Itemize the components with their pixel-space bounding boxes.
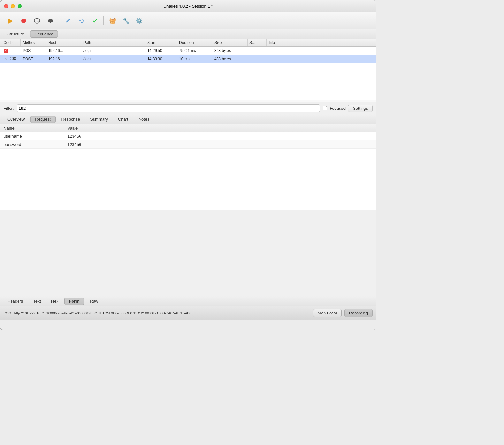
- col-info: Info: [267, 39, 375, 46]
- data-table: Name Value username 123456 password 1234…: [0, 124, 376, 149]
- pointer-tool-button[interactable]: ▶: [4, 15, 16, 27]
- tab-structure[interactable]: Structure: [3, 31, 29, 37]
- main-content: Structure Sequence Code Method Host Path…: [0, 29, 376, 320]
- basket-button[interactable]: 🧺: [106, 15, 118, 27]
- data-table-header: Name Value: [0, 124, 376, 132]
- separator-2: [103, 16, 104, 25]
- tab-hex[interactable]: Hex: [47, 298, 63, 305]
- svg-marker-3: [80, 20, 81, 21]
- request-table: ✕ POST 192.16... /login 14:29:50 75221 m…: [0, 47, 376, 100]
- table-row[interactable]: password 123456: [0, 140, 376, 149]
- filter-label: Filter:: [4, 106, 14, 111]
- cell-host-0: 192.16...: [46, 47, 81, 54]
- tab-notes[interactable]: Notes: [134, 116, 154, 123]
- cell-method-0: POST: [21, 47, 46, 54]
- cell-start-0: 14:29:50: [145, 47, 177, 54]
- cell-info-0: [267, 49, 375, 52]
- cell-code-1: ▷ 200: [2, 55, 21, 63]
- col-start: Start: [145, 39, 177, 46]
- cell-s-0: ...: [248, 47, 267, 54]
- table-row[interactable]: ▷ 200 POST 192.16... /login 14:33:30 10 …: [0, 55, 376, 63]
- view-tabs: Structure Sequence: [0, 29, 376, 39]
- table-row[interactable]: username 123456: [0, 132, 376, 140]
- col-host: Host: [46, 39, 81, 46]
- cell-name-0: username: [0, 132, 64, 140]
- close-button[interactable]: [4, 4, 8, 8]
- data-content: Name Value username 123456 password 1234…: [0, 124, 376, 210]
- col-path: Path: [81, 39, 145, 46]
- tab-response[interactable]: Response: [57, 116, 85, 123]
- cell-size-1: 498 bytes: [212, 56, 248, 63]
- lower-panel: Filter: Focused Settings Overview Reques…: [0, 102, 376, 320]
- empty-area: [0, 210, 376, 296]
- bottom-tabs: Headers Text Hex Form Raw: [0, 296, 376, 306]
- cell-value-1: 123456: [64, 141, 376, 148]
- tab-headers[interactable]: Headers: [3, 298, 27, 305]
- header-name: Name: [0, 124, 64, 132]
- focused-checkbox[interactable]: [323, 106, 327, 110]
- tab-summary[interactable]: Summary: [86, 116, 112, 123]
- upper-panel: Structure Sequence Code Method Host Path…: [0, 29, 376, 102]
- detail-tabs: Overview Request Response Summary Chart …: [0, 114, 376, 124]
- col-size: Size: [212, 39, 248, 46]
- window-title: Charles 4.0.2 - Session 1 *: [164, 4, 213, 9]
- stop-button[interactable]: [44, 15, 57, 27]
- cell-code-0: ✕: [2, 47, 21, 54]
- focused-label: Focused: [330, 106, 346, 111]
- reload-button[interactable]: [75, 15, 88, 27]
- status-bar: POST http://101.227.10.25:10008/heartbea…: [0, 306, 376, 320]
- gear-button[interactable]: ⚙️: [133, 15, 145, 27]
- col-method: Method: [21, 39, 46, 46]
- cell-value-0: 123456: [64, 132, 376, 140]
- cell-method-1: POST: [21, 56, 46, 63]
- cell-s-1: ...: [248, 56, 267, 63]
- col-s: S...: [248, 39, 267, 46]
- map-local-button[interactable]: Map Local: [313, 309, 342, 317]
- col-code: Code: [2, 39, 21, 46]
- cell-duration-0: 75221 ms: [177, 47, 212, 54]
- cell-path-1: /login: [81, 56, 145, 63]
- minimize-button[interactable]: [11, 4, 15, 8]
- pen-tool-button[interactable]: [62, 15, 74, 27]
- cell-size-0: 323 bytes: [212, 47, 248, 54]
- tab-form[interactable]: Form: [64, 298, 84, 305]
- cell-host-1: 192.16...: [46, 56, 81, 63]
- validate-button[interactable]: [89, 15, 101, 27]
- tab-raw[interactable]: Raw: [86, 298, 103, 305]
- cell-info-1: [267, 58, 375, 60]
- throttle-button[interactable]: [31, 15, 43, 27]
- header-value: Value: [64, 124, 376, 132]
- pending-icon: ▷: [4, 57, 8, 61]
- tab-request[interactable]: Request: [30, 116, 55, 123]
- record-button[interactable]: [18, 15, 30, 27]
- toolbar: ▶ 🧺 🔧 ⚙️: [0, 12, 376, 29]
- wrench-button[interactable]: 🔧: [120, 15, 132, 27]
- svg-marker-2: [48, 19, 53, 23]
- col-duration: Duration: [177, 39, 212, 46]
- table-row[interactable]: ✕ POST 192.16... /login 14:29:50 75221 m…: [0, 47, 376, 55]
- recording-button[interactable]: Recording: [344, 309, 373, 317]
- tab-overview[interactable]: Overview: [3, 116, 29, 123]
- table-header: Code Method Host Path Start Duration Siz…: [0, 39, 376, 47]
- error-icon: ✕: [4, 49, 8, 53]
- cell-path-0: /login: [81, 47, 145, 54]
- cell-name-1: password: [0, 141, 64, 148]
- svg-point-0: [21, 19, 26, 23]
- titlebar: Charles 4.0.2 - Session 1 *: [0, 0, 376, 12]
- window-controls: [4, 4, 22, 8]
- separator-1: [59, 16, 59, 25]
- filter-bar: Filter: Focused Settings: [0, 102, 376, 114]
- maximize-button[interactable]: [18, 4, 22, 8]
- tab-sequence[interactable]: Sequence: [30, 30, 58, 38]
- cell-start-1: 14:33:30: [145, 56, 177, 63]
- tab-chart[interactable]: Chart: [114, 116, 133, 123]
- cell-duration-1: 10 ms: [177, 56, 212, 63]
- filter-input[interactable]: [17, 104, 320, 112]
- status-text: POST http://101.227.10.25:10008/heartbea…: [4, 311, 310, 315]
- tab-text[interactable]: Text: [29, 298, 45, 305]
- settings-button[interactable]: Settings: [348, 105, 373, 112]
